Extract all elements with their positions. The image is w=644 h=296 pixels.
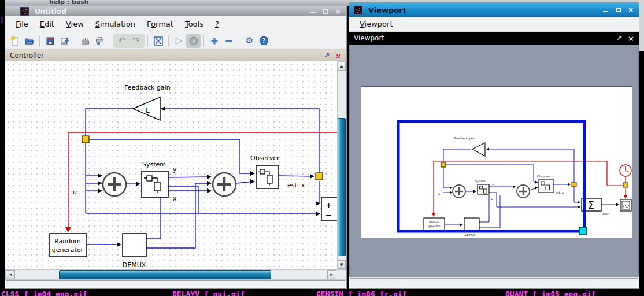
open-button[interactable]: [22, 34, 36, 48]
diagram-canvas[interactable]: L: [5, 61, 337, 269]
vertical-scroll-track[interactable]: [338, 71, 346, 260]
editor-titlebar[interactable]: Untitled ×: [5, 6, 346, 16]
x-label: x: [173, 195, 177, 202]
close-panel-icon[interactable]: ×: [628, 34, 634, 43]
link-point[interactable]: [316, 173, 323, 180]
link-point[interactable]: [82, 136, 89, 143]
menu-view[interactable]: View: [60, 17, 90, 31]
menu-simulation[interactable]: Simulation: [90, 17, 141, 31]
background-window-title: help : bash: [49, 0, 89, 6]
mini-link-point[interactable]: [441, 162, 446, 167]
fit-to-view-icon: [153, 36, 164, 46]
svg-text:u: u: [438, 193, 440, 195]
menu-format[interactable]: Format: [141, 17, 179, 31]
observer-block[interactable]: [256, 165, 279, 188]
save-icon: [46, 36, 55, 46]
svg-text:y: y: [492, 183, 494, 187]
zoom-out-button[interactable]: [221, 34, 236, 48]
mini-sum-block-1[interactable]: [453, 185, 465, 198]
detach-panel-icon[interactable]: ↗: [324, 51, 330, 60]
minimize-button[interactable]: [308, 8, 317, 15]
viewport-titlebar[interactable]: Viewport ×: [349, 3, 639, 17]
viewport-resize-handle[interactable]: [579, 227, 587, 235]
svg-text:Random: Random: [54, 238, 81, 245]
stop-icon: [189, 36, 198, 46]
close-button[interactable]: ×: [334, 8, 343, 15]
background-window-titlebar: help : bash: [0, 0, 349, 6]
save-button[interactable]: [43, 34, 57, 48]
menu-file[interactable]: File: [10, 17, 34, 31]
demux-label: DEMUX: [123, 261, 146, 269]
terminal-filename: DELAYV_f_gui.gif: [172, 290, 245, 296]
mini-link-point[interactable]: [572, 182, 576, 187]
terminal-right-edge: [639, 0, 644, 296]
mini-sum-block-2[interactable]: [517, 185, 530, 198]
print-button[interactable]: [78, 34, 92, 48]
viewport-panel-title: Viewport: [354, 34, 384, 42]
horizontal-scrollbar[interactable]: ◄ ►: [5, 269, 346, 280]
scroll-right-button[interactable]: ►: [327, 270, 336, 279]
menu-viewport[interactable]: Viewport: [354, 17, 399, 31]
demux-block[interactable]: [123, 234, 146, 257]
maximize-button[interactable]: [613, 5, 623, 14]
mini-observer-block[interactable]: [539, 179, 553, 193]
close-icon: ×: [335, 8, 341, 16]
gain-label: L: [146, 106, 150, 114]
menu-tools[interactable]: Tools: [179, 17, 209, 31]
start-simulation-button[interactable]: ▷: [172, 34, 186, 48]
maximize-button[interactable]: [321, 8, 330, 15]
help-button[interactable]: ?: [257, 34, 271, 48]
menu-help[interactable]: ?: [209, 17, 225, 31]
close-panel-icon[interactable]: ×: [335, 51, 342, 60]
scroll-left-button[interactable]: ◄: [6, 270, 15, 279]
up-arrow-icon: ▲: [340, 64, 343, 69]
detach-panel-icon[interactable]: ↗: [616, 34, 622, 42]
maximize-icon: [616, 8, 621, 12]
svg-text:est. x: est. x: [556, 191, 564, 194]
system-block[interactable]: [142, 171, 168, 197]
vertical-scrollbar[interactable]: ▲ ▼: [337, 61, 346, 269]
scroll-down-button[interactable]: ▼: [338, 260, 346, 269]
redo-button[interactable]: ↷: [129, 34, 143, 48]
error-sum-block[interactable]: + −: [321, 197, 337, 220]
mini-link-point[interactable]: [623, 183, 628, 187]
shredder-button[interactable]: [92, 34, 107, 48]
scroll-up-button[interactable]: ▲: [338, 62, 346, 71]
undo-button[interactable]: ↶: [114, 34, 129, 48]
zoom-out-icon: [224, 36, 234, 46]
mini-system-block[interactable]: [478, 184, 489, 194]
mini-scope-block[interactable]: [620, 199, 631, 211]
gain-block[interactable]: L: [133, 97, 160, 120]
svg-text:DEMUX: DEMUX: [465, 233, 476, 236]
mini-random-generator-block[interactable]: Random generator: [424, 218, 445, 232]
minimize-button[interactable]: [601, 5, 610, 14]
close-button[interactable]: ×: [626, 5, 635, 14]
horizontal-scroll-thumb[interactable]: [59, 270, 271, 279]
menu-edit[interactable]: Edit: [34, 17, 60, 31]
viewport-mini-canvas[interactable]: Random generator Σ + −: [361, 86, 632, 238]
svg-text:error: error: [602, 213, 609, 216]
y-label: y: [173, 166, 177, 173]
random-generator-block[interactable]: Random generator: [49, 234, 87, 257]
new-button[interactable]: [8, 34, 22, 48]
mini-clock-block[interactable]: [620, 165, 631, 176]
mini-gain-block[interactable]: [472, 143, 485, 156]
settings-button[interactable]: ⚙: [242, 34, 257, 48]
editor-window: Untitled × File Edit View Simulation For…: [5, 6, 347, 289]
editor-toolbar: ↶ ↷ ▷ ⚙: [5, 32, 346, 50]
stop-simulation-button[interactable]: [186, 34, 201, 48]
system-label: System: [142, 161, 166, 168]
down-arrow-icon: ▼: [340, 262, 343, 267]
viewport-mini-diagram: Random generator Σ + −: [361, 87, 633, 239]
sum-block-1[interactable]: [103, 173, 126, 196]
viewport-frame[interactable]: [398, 121, 584, 231]
mini-demux-block[interactable]: [464, 218, 479, 232]
zoom-in-button[interactable]: [207, 34, 221, 48]
export-button[interactable]: [57, 34, 72, 48]
fit-to-view-button[interactable]: [151, 34, 165, 48]
svg-text:Feedback gain: Feedback gain: [454, 136, 475, 140]
vertical-scroll-thumb[interactable]: [338, 118, 346, 256]
horizontal-scroll-track[interactable]: [15, 270, 327, 279]
gear-icon: ⚙: [246, 36, 253, 45]
sum-block-2[interactable]: [213, 173, 236, 196]
